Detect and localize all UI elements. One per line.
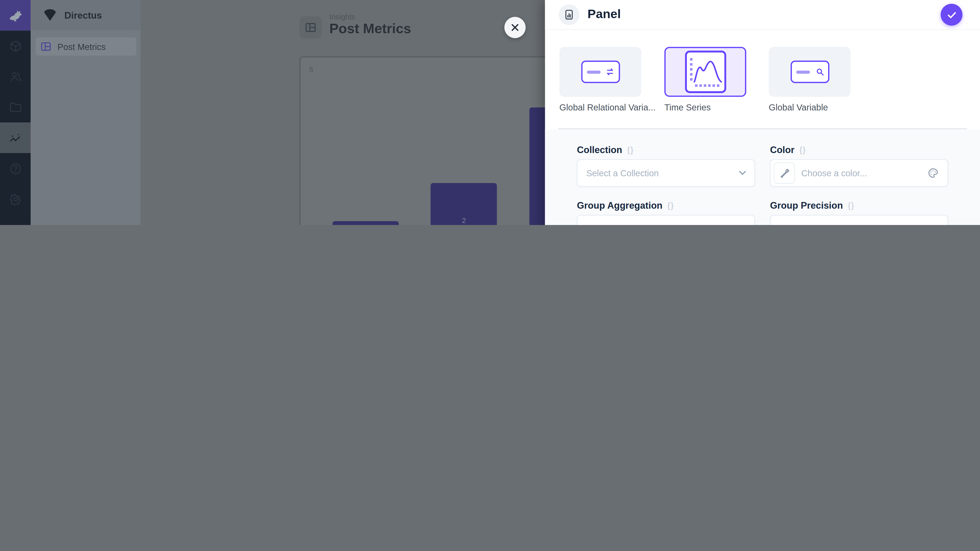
insights-icon <box>8 131 22 144</box>
files-folder-icon <box>8 100 22 114</box>
page-title: Post Metrics <box>329 21 411 37</box>
module-bar <box>0 0 30 225</box>
bar-chart-panel-icon <box>564 10 574 20</box>
field-group-aggregation: Group Aggregation{} Select an item... <box>577 200 755 225</box>
project-name: Directus <box>64 10 102 21</box>
group-precision-select[interactable]: Hour <box>770 215 948 225</box>
bar-value-label: 2 <box>431 217 497 224</box>
raw-value-toggle-icon[interactable]: {} <box>667 200 674 210</box>
close-drawer-button[interactable] <box>504 17 525 38</box>
group-aggregation-select[interactable]: Select an item... <box>577 215 755 225</box>
breadcrumb[interactable]: Insights <box>329 13 355 21</box>
raw-value-toggle-icon[interactable]: {} <box>627 145 634 154</box>
field-group-precision: Group Precision{} Hour <box>770 200 948 225</box>
content-cube-icon <box>8 39 22 53</box>
eyedropper-button[interactable] <box>774 162 795 184</box>
navigation-sidebar: Directus Post Metrics <box>30 0 141 225</box>
module-files-button[interactable] <box>0 92 30 122</box>
field-label: Group Aggregation <box>577 200 662 211</box>
drawer-header: Panel <box>545 0 980 30</box>
time-series-icon <box>685 51 726 93</box>
field-label: Collection <box>577 144 622 155</box>
color-input[interactable]: Choose a color... <box>770 159 948 187</box>
raw-value-toggle-icon[interactable]: {} <box>800 145 806 154</box>
palette-icon[interactable] <box>928 167 939 179</box>
y-axis-tick-label: 5 <box>304 65 313 73</box>
close-icon <box>510 22 520 32</box>
field-label: Group Precision <box>770 200 843 211</box>
panel-type-label: Global Relational Varia... <box>559 103 655 113</box>
panel-icon-button <box>558 4 579 25</box>
panel-type-label: Global Variable <box>769 103 828 113</box>
directus-rabbit-logo-icon <box>6 6 24 24</box>
field-label: Color <box>770 144 794 155</box>
eyedropper-icon <box>780 168 789 178</box>
module-users-button[interactable] <box>0 61 30 92</box>
directus-logo-button[interactable] <box>0 0 30 30</box>
field-color: Color{} Choose a color... <box>770 144 948 187</box>
panel-type-global-variable[interactable] <box>769 47 851 97</box>
relational-variable-icon <box>581 61 620 83</box>
module-insights-button[interactable] <box>0 122 30 153</box>
drawer-body: Collection{} Select a Collection Color{}… <box>545 129 980 225</box>
chart-bar <box>332 221 399 225</box>
settings-gear-icon <box>8 192 22 206</box>
dashboard-icon <box>305 22 316 33</box>
panel-type-global-relational-variable[interactable] <box>559 47 641 97</box>
global-variable-icon <box>791 61 829 83</box>
sidebar-item-post-metrics[interactable]: Post Metrics <box>36 38 136 56</box>
panel-type-time-series[interactable] <box>664 47 746 97</box>
save-panel-button[interactable] <box>941 4 963 26</box>
raw-value-toggle-icon[interactable]: {} <box>848 200 855 210</box>
help-icon <box>8 162 22 175</box>
panel-editor-drawer: Panel Global Relational Varia... <box>545 0 980 225</box>
dashboard-icon <box>41 41 51 52</box>
project-logo-icon <box>43 9 57 21</box>
collection-select[interactable]: Select a Collection <box>577 159 755 187</box>
project-chooser[interactable]: Directus <box>30 0 141 30</box>
chevron-down-icon <box>739 171 746 176</box>
field-collection: Collection{} Select a Collection <box>577 144 755 187</box>
app-window: Directus Post Metrics Insights Post Metr… <box>0 0 980 225</box>
module-help-button[interactable] <box>0 153 30 184</box>
sidebar-item-label: Post Metrics <box>57 41 106 52</box>
drawer-title: Panel <box>587 7 621 21</box>
users-icon <box>8 70 22 83</box>
dashboard-title-icon-button[interactable] <box>299 16 322 39</box>
module-content-button[interactable] <box>0 30 30 61</box>
module-settings-button[interactable] <box>0 184 30 214</box>
check-icon <box>946 9 957 21</box>
panel-type-label: Time Series <box>664 103 711 113</box>
